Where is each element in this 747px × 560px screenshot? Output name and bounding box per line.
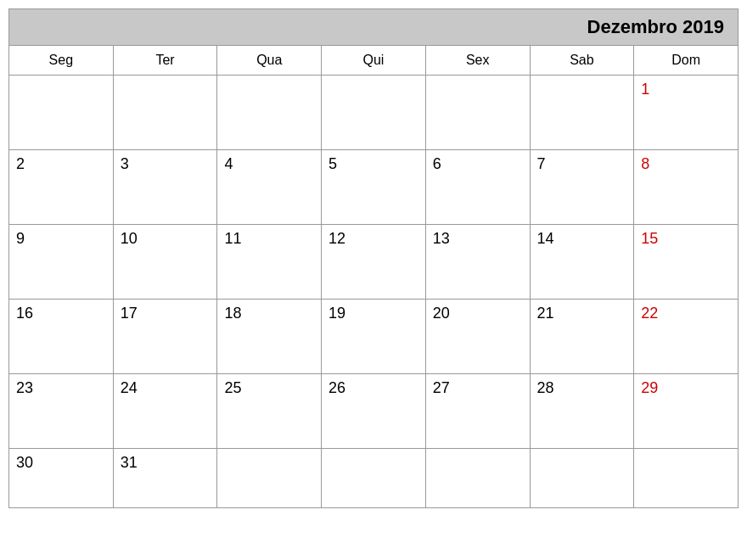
- calendar-day-cell: 2: [9, 150, 114, 225]
- calendar-day-cell: 12: [322, 225, 426, 300]
- calendar-week-row: 9101112131415: [9, 225, 739, 300]
- calendar-week-row: 16171819202122: [9, 300, 739, 374]
- calendar-week-row: 2345678: [9, 150, 739, 225]
- days-header-row: SegTerQuaQuiSexSabDom: [9, 46, 739, 76]
- day-header-sex: Sex: [425, 46, 530, 76]
- calendar-week-row: 3031: [9, 449, 739, 508]
- calendar-day-cell: 9: [9, 225, 114, 300]
- day-header-qua: Qua: [217, 46, 322, 76]
- calendar-day-cell: 18: [217, 300, 322, 374]
- calendar-day-cell: [425, 449, 530, 508]
- calendar-day-cell: 26: [322, 374, 426, 449]
- calendar-table: SegTerQuaQuiSexSabDom 123456789101112131…: [8, 45, 739, 508]
- calendar-day-cell: [217, 76, 322, 150]
- calendar-day-cell: 20: [425, 300, 530, 374]
- calendar-day-cell: 21: [530, 300, 634, 374]
- calendar-day-cell: 17: [113, 300, 217, 374]
- calendar-day-cell: 3: [113, 150, 217, 225]
- calendar-day-cell: 15: [634, 225, 739, 300]
- calendar-title: Dezembro 2019: [587, 16, 724, 37]
- calendar-day-cell: 1: [634, 76, 739, 150]
- calendar-week-row: 1: [9, 76, 739, 150]
- calendar-day-cell: 8: [634, 150, 739, 225]
- calendar-day-cell: 11: [217, 225, 322, 300]
- day-header-sab: Sab: [530, 46, 634, 76]
- calendar-day-cell: 25: [217, 374, 322, 449]
- calendar-day-cell: 27: [425, 374, 530, 449]
- calendar-day-cell: 4: [217, 150, 322, 225]
- calendar-day-cell: [322, 76, 426, 150]
- calendar-day-cell: [322, 449, 426, 508]
- calendar-week-row: 23242526272829: [9, 374, 739, 449]
- calendar-day-cell: 14: [530, 225, 634, 300]
- calendar-day-cell: [9, 76, 114, 150]
- calendar-day-cell: 10: [113, 225, 217, 300]
- calendar-day-cell: 16: [9, 300, 114, 374]
- day-header-seg: Seg: [9, 46, 114, 76]
- calendar-wrapper: Dezembro 2019 SegTerQuaQuiSexSabDom 1234…: [8, 8, 739, 508]
- calendar-day-cell: [113, 76, 217, 150]
- calendar-day-cell: 23: [9, 374, 114, 449]
- calendar-day-cell: 24: [113, 374, 217, 449]
- calendar-day-cell: 30: [9, 449, 114, 508]
- calendar-day-cell: [634, 449, 739, 508]
- calendar-day-cell: [530, 449, 634, 508]
- calendar-day-cell: 5: [322, 150, 426, 225]
- calendar-day-cell: [530, 76, 634, 150]
- calendar-day-cell: 6: [425, 150, 530, 225]
- calendar-day-cell: 28: [530, 374, 634, 449]
- calendar-day-cell: 19: [322, 300, 426, 374]
- calendar-day-cell: 31: [113, 449, 217, 508]
- day-header-ter: Ter: [113, 46, 217, 76]
- calendar-day-cell: 22: [634, 300, 739, 374]
- calendar-day-cell: 29: [634, 374, 739, 449]
- calendar-day-cell: 13: [425, 225, 530, 300]
- day-header-qui: Qui: [322, 46, 426, 76]
- calendar-day-cell: [217, 449, 322, 508]
- calendar-header: Dezembro 2019: [8, 8, 739, 45]
- day-header-dom: Dom: [634, 46, 739, 76]
- calendar-day-cell: 7: [530, 150, 634, 225]
- calendar-day-cell: [425, 76, 530, 150]
